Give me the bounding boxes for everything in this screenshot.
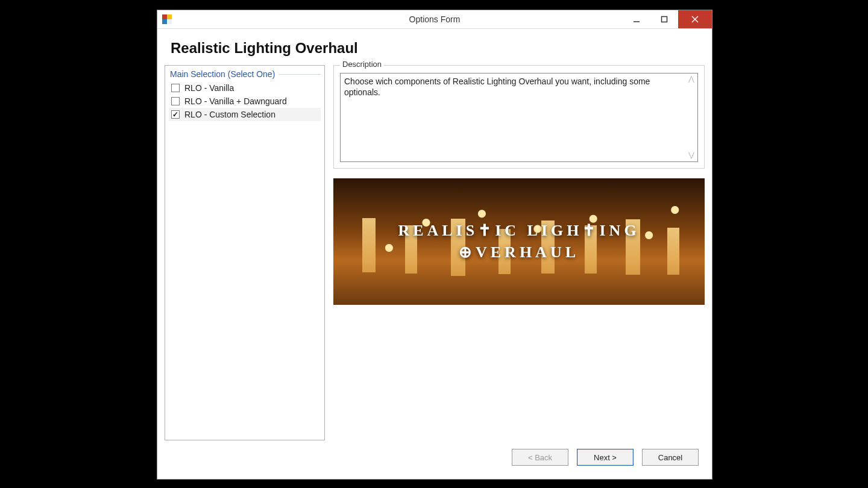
back-button[interactable]: < Back [512, 449, 568, 466]
option-label: RLO - Vanilla [184, 83, 234, 93]
option-rlo-vanilla-dawnguard[interactable]: RLO - Vanilla + Dawnguard [169, 95, 321, 108]
option-label: RLO - Vanilla + Dawnguard [184, 96, 287, 106]
svg-rect-1 [662, 17, 667, 22]
right-column: Description Choose wich components of Re… [333, 65, 705, 440]
option-label: RLO - Custom Selection [184, 110, 275, 119]
option-rlo-custom-selection[interactable]: RLO - Custom Selection [169, 108, 321, 121]
preview-line-1: REALIS✝IC LIGH✝ING [398, 220, 640, 242]
selection-group-header: Main Selection (Select One) [170, 69, 321, 79]
minimize-button[interactable] [623, 10, 650, 28]
options-window: Options Form Realistic Lighting Overhaul [157, 10, 712, 480]
description-text: Choose wich components of Realistic Ligh… [344, 77, 650, 97]
close-button[interactable] [678, 10, 712, 28]
preview-caption: REALIS✝IC LIGH✝ING ⊕VERHAUL [392, 220, 646, 264]
scroll-down-icon: ⋁ [688, 151, 694, 160]
page-title: Realistic Lighting Overhaul [171, 40, 705, 57]
scroll-up-icon: ⋀ [688, 75, 694, 84]
preview-image: REALIS✝IC LIGH✝ING ⊕VERHAUL [333, 178, 705, 305]
checkbox-icon [171, 84, 180, 92]
preview-line-2: ⊕VERHAUL [398, 242, 640, 263]
description-legend: Description [340, 60, 384, 69]
app-icon [162, 14, 172, 24]
client-area: Realistic Lighting Overhaul Main Selecti… [157, 29, 712, 479]
titlebar: Options Form [157, 10, 712, 29]
description-scrollbar[interactable]: ⋀ ⋁ [686, 75, 696, 160]
checkbox-checked-icon [171, 110, 180, 119]
option-rlo-vanilla[interactable]: RLO - Vanilla [169, 81, 321, 95]
button-bar: < Back Next > Cancel [165, 440, 705, 472]
window-controls [623, 10, 712, 28]
next-button[interactable]: Next > [577, 449, 634, 466]
description-textbox[interactable]: Choose wich components of Realistic Ligh… [340, 73, 698, 162]
cancel-button[interactable]: Cancel [642, 449, 699, 466]
checkbox-icon [171, 97, 180, 105]
content-row: Main Selection (Select One) RLO - Vanill… [165, 65, 705, 440]
selection-panel: Main Selection (Select One) RLO - Vanill… [165, 65, 325, 440]
description-group: Description Choose wich components of Re… [333, 65, 705, 169]
maximize-button[interactable] [650, 10, 678, 28]
